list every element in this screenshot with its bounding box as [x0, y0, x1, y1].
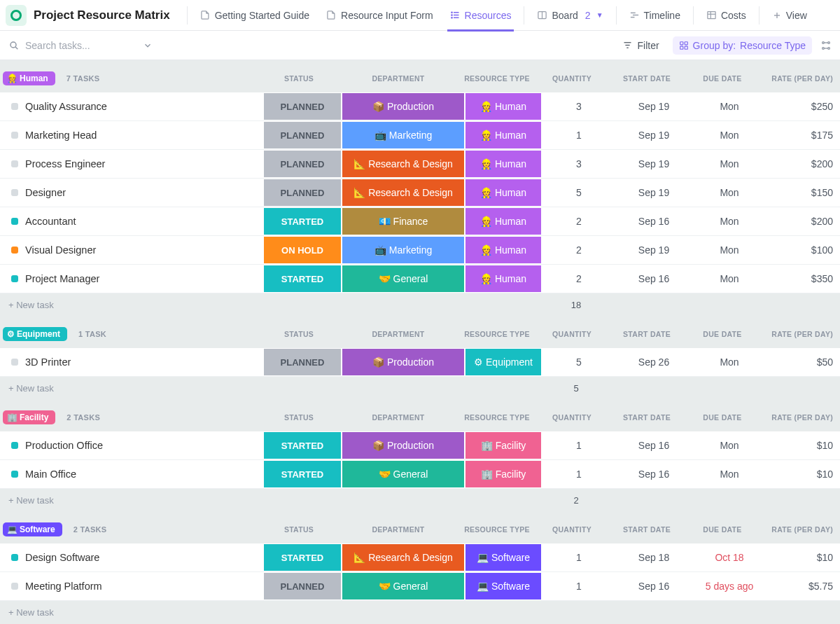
rate-cell[interactable]: $200	[767, 150, 840, 178]
start-date-cell[interactable]: Sep 16	[616, 460, 692, 488]
start-date-cell[interactable]: Sep 16	[616, 431, 692, 459]
resource-type-badge[interactable]: 👷Human	[465, 151, 541, 177]
column-header[interactable]: QUANTITY	[535, 74, 609, 83]
department-badge[interactable]: 💶Finance	[342, 208, 464, 235]
department-badge[interactable]: 🤝General	[342, 573, 464, 599]
tab-costs[interactable]: Costs	[698, 0, 755, 31]
rate-cell[interactable]: $175	[767, 121, 840, 149]
quantity-cell[interactable]: 1	[542, 121, 616, 149]
quantity-cell[interactable]: 1	[542, 543, 616, 571]
quantity-cell[interactable]: 2	[542, 265, 616, 293]
column-header[interactable]: RESOURCE TYPE	[459, 330, 535, 338]
group-tag[interactable]: 🏢Facility	[3, 410, 55, 424]
start-date-cell[interactable]: Sep 16	[616, 572, 692, 600]
table-row[interactable]: Meeting PlatformPLANNED🤝General💻Software…	[0, 572, 840, 601]
resource-type-badge[interactable]: 👷Human	[465, 122, 541, 148]
resource-type-badge[interactable]: 💻Software	[465, 544, 541, 571]
quantity-cell[interactable]: 3	[542, 92, 616, 120]
column-header[interactable]: START DATE	[609, 74, 685, 83]
column-header[interactable]: RESOURCE TYPE	[459, 74, 535, 83]
chevron-down-icon[interactable]	[143, 41, 153, 50]
resource-type-badge[interactable]: 💻Software	[465, 573, 541, 599]
due-date-cell[interactable]: Mon	[692, 92, 767, 120]
tab-timeline[interactable]: Timeline	[621, 0, 689, 31]
department-badge[interactable]: 📐Research & Design	[342, 179, 464, 206]
quantity-cell[interactable]: 2	[542, 236, 616, 264]
department-badge[interactable]: 📦Production	[342, 93, 464, 120]
start-date-cell[interactable]: Sep 26	[616, 348, 692, 376]
table-row[interactable]: Marketing HeadPLANNED📺Marketing👷Human1Se…	[0, 121, 840, 150]
table-row[interactable]: DesignerPLANNED📐Research & Design👷Human5…	[0, 179, 840, 207]
column-header[interactable]: RATE (PER DAY)	[760, 74, 837, 83]
rate-cell[interactable]: $10	[767, 460, 840, 488]
quantity-cell[interactable]: 1	[542, 572, 616, 600]
quantity-cell[interactable]: 2	[542, 207, 616, 235]
department-badge[interactable]: 📐Research & Design	[342, 544, 464, 571]
group-tag[interactable]: 💻Software	[3, 522, 62, 536]
column-header[interactable]: DUE DATE	[685, 413, 760, 422]
quantity-cell[interactable]: 1	[542, 431, 616, 459]
column-header[interactable]: RESOURCE TYPE	[459, 525, 535, 534]
department-badge[interactable]: 📦Production	[342, 349, 464, 375]
new-task-button[interactable]: + New task18	[0, 293, 840, 316]
group-by-button[interactable]: Group by: Resource Type	[673, 36, 812, 55]
resource-type-badge[interactable]: 🏢Facility	[465, 461, 541, 487]
column-header[interactable]: DUE DATE	[685, 74, 760, 83]
table-row[interactable]: Production OfficeSTARTED📦Production🏢Faci…	[0, 431, 840, 460]
column-header[interactable]: DEPARTMENT	[337, 74, 459, 83]
status-badge[interactable]: PLANNED	[264, 122, 341, 148]
due-date-cell[interactable]: Mon	[692, 348, 767, 376]
resource-type-badge[interactable]: 👷Human	[465, 265, 541, 292]
column-header[interactable]: QUANTITY	[535, 413, 609, 422]
resource-type-badge[interactable]: 👷Human	[465, 237, 541, 263]
status-badge[interactable]: STARTED	[264, 265, 341, 292]
column-header[interactable]: STATUS	[260, 74, 337, 83]
column-header[interactable]: RATE (PER DAY)	[760, 330, 837, 338]
quantity-cell[interactable]: 1	[542, 460, 616, 488]
status-badge[interactable]: PLANNED	[264, 93, 341, 120]
tab-board[interactable]: Board2▼	[528, 0, 611, 31]
column-header[interactable]: DUE DATE	[685, 525, 760, 534]
new-task-button[interactable]: + New task2	[0, 489, 840, 511]
column-header[interactable]: DUE DATE	[685, 330, 760, 338]
rate-cell[interactable]: $5.75	[767, 572, 840, 600]
due-date-cell[interactable]: Mon	[692, 207, 767, 235]
column-header[interactable]: STATUS	[260, 413, 337, 422]
status-badge[interactable]: PLANNED	[264, 573, 341, 599]
resource-type-badge[interactable]: 👷Human	[465, 93, 541, 120]
quantity-cell[interactable]: 3	[542, 150, 616, 178]
department-badge[interactable]: 📦Production	[342, 432, 464, 459]
status-badge[interactable]: STARTED	[264, 432, 341, 459]
status-badge[interactable]: STARTED	[264, 208, 341, 235]
due-date-cell[interactable]: Mon	[692, 265, 767, 293]
table-row[interactable]: Process EngineerPLANNED📐Research & Desig…	[0, 150, 840, 179]
due-date-cell[interactable]: Mon	[692, 236, 767, 264]
table-row[interactable]: Quality AssurancePLANNED📦Production👷Huma…	[0, 92, 840, 121]
new-task-button[interactable]: + New task5	[0, 377, 840, 399]
resource-type-badge[interactable]: 👷Human	[465, 179, 541, 206]
status-badge[interactable]: PLANNED	[264, 151, 341, 177]
resource-type-badge[interactable]: 👷Human	[465, 208, 541, 235]
department-badge[interactable]: 🤝General	[342, 265, 464, 292]
tab-resources[interactable]: Resources	[442, 0, 520, 31]
tab-view[interactable]: View	[764, 0, 816, 31]
table-row[interactable]: Project ManagerSTARTED🤝General👷Human2Sep…	[0, 265, 840, 293]
rate-cell[interactable]: $100	[767, 236, 840, 264]
column-header[interactable]: START DATE	[609, 525, 685, 534]
start-date-cell[interactable]: Sep 18	[616, 543, 692, 571]
status-badge[interactable]: ON HOLD	[264, 237, 341, 263]
rate-cell[interactable]: $250	[767, 92, 840, 120]
column-header[interactable]: DEPARTMENT	[337, 413, 459, 422]
column-header[interactable]: RESOURCE TYPE	[459, 413, 535, 422]
rate-cell[interactable]: $10	[767, 431, 840, 459]
due-date-cell[interactable]: 5 days ago	[692, 572, 767, 600]
resource-type-badge[interactable]: ⚙Equipment	[465, 349, 541, 375]
status-badge[interactable]: STARTED	[264, 461, 341, 487]
table-row[interactable]: Design SoftwareSTARTED📐Research & Design…	[0, 543, 840, 572]
more-icon[interactable]	[820, 40, 832, 51]
column-header[interactable]: DEPARTMENT	[337, 330, 459, 338]
tab-resource-input-form[interactable]: Resource Input Form	[318, 0, 442, 31]
status-badge[interactable]: PLANNED	[264, 349, 341, 375]
rate-cell[interactable]: $150	[767, 179, 840, 207]
start-date-cell[interactable]: Sep 19	[616, 179, 692, 207]
